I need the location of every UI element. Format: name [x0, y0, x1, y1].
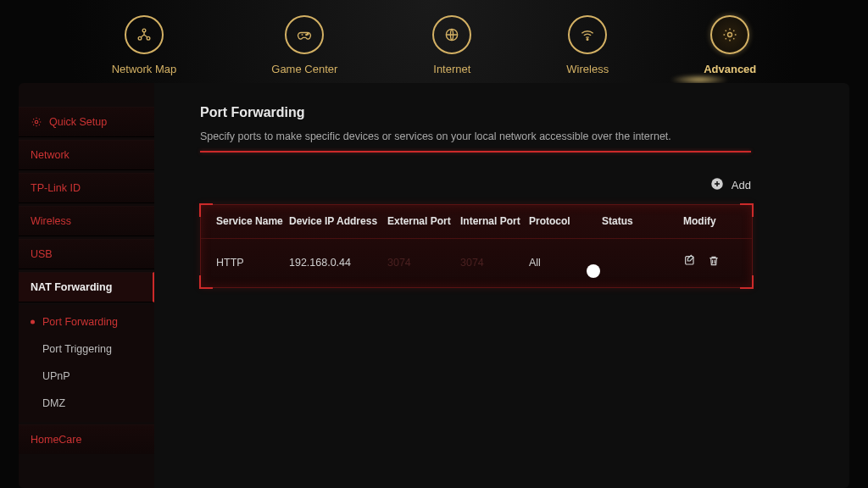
sidebar-item-label: NAT Forwarding	[31, 281, 112, 293]
cell-ext-port: 3074	[387, 257, 455, 269]
corner-decoration	[199, 203, 213, 217]
main-panel: Port Forwarding Specify ports to make sp…	[154, 83, 849, 488]
svg-point-6	[587, 39, 588, 41]
network-map-icon	[125, 15, 164, 54]
content-shell: Quick Setup Network TP-Link ID Wireless …	[19, 83, 849, 488]
gear-icon	[31, 116, 42, 128]
corner-decoration	[199, 275, 213, 289]
table-toolbar: Add	[200, 176, 751, 194]
col-ext: External Port	[387, 215, 455, 228]
corner-decoration	[740, 203, 754, 217]
col-ip: Device IP Address	[289, 215, 382, 228]
plus-circle-icon	[709, 176, 725, 194]
title-underline	[200, 151, 751, 152]
topnav-advanced[interactable]: Advanced	[704, 15, 756, 75]
sidebar-item-label: USB	[31, 248, 53, 260]
sidebar-sub-label: Port Forwarding	[42, 316, 118, 328]
modify-cell	[683, 254, 760, 270]
sidebar-item-label: TP-Link ID	[31, 182, 81, 194]
svg-point-4	[308, 34, 309, 35]
table-row: HTTP 192.168.0.44 3074 3074 All	[201, 239, 752, 287]
col-modify: Modify	[683, 215, 760, 228]
sidebar-item-network[interactable]: Network	[19, 140, 154, 170]
cell-int-port: 3074	[460, 257, 524, 269]
sidebar-item-tp-link-id[interactable]: TP-Link ID	[19, 173, 154, 203]
top-nav: Network Map Game Center Internet Wireles…	[0, 0, 868, 75]
sidebar-sub-dmz[interactable]: DMZ	[19, 390, 154, 417]
topnav-label: Network Map	[112, 63, 177, 75]
topnav-label: Advanced	[704, 63, 756, 75]
table-header: Service Name Device IP Address External …	[201, 205, 752, 239]
svg-point-2	[147, 36, 150, 40]
topnav-label: Game Center	[271, 63, 337, 75]
sidebar-item-usb[interactable]: USB	[19, 239, 154, 269]
sidebar-submenu-nat: Port Forwarding Port Triggering UPnP DMZ	[19, 305, 154, 422]
add-button[interactable]: Add	[709, 176, 751, 194]
sidebar-item-label: HomeCare	[31, 434, 81, 446]
sidebar: Quick Setup Network TP-Link ID Wireless …	[19, 83, 154, 488]
svg-point-0	[142, 29, 146, 32]
edit-icon	[683, 254, 697, 268]
sidebar-sub-upnp[interactable]: UPnP	[19, 363, 154, 390]
sidebar-item-label: Wireless	[31, 215, 71, 227]
col-int: Internal Port	[460, 215, 524, 228]
edit-button[interactable]	[683, 254, 697, 270]
col-status: Status	[602, 215, 678, 228]
gamepad-icon	[285, 15, 324, 54]
sidebar-sub-label: Port Triggering	[42, 343, 112, 355]
wifi-icon	[568, 15, 607, 54]
topnav-network-map[interactable]: Network Map	[112, 15, 177, 75]
trash-icon	[707, 254, 721, 268]
topnav-internet[interactable]: Internet	[432, 15, 471, 75]
topnav-wireless[interactable]: Wireless	[566, 15, 609, 75]
sidebar-sub-label: UPnP	[42, 370, 70, 382]
sidebar-sub-port-forwarding[interactable]: Port Forwarding	[19, 308, 154, 336]
sidebar-item-label: Network	[31, 149, 70, 161]
topnav-game-center[interactable]: Game Center	[271, 15, 337, 75]
corner-decoration	[740, 275, 754, 289]
delete-button[interactable]	[707, 254, 721, 270]
svg-point-7	[728, 33, 732, 37]
svg-point-1	[138, 36, 142, 40]
cell-ip: 192.168.0.44	[289, 257, 382, 269]
sidebar-sub-label: DMZ	[42, 397, 65, 409]
topnav-label: Internet	[433, 63, 470, 75]
topnav-label: Wireless	[566, 63, 609, 75]
col-service: Service Name	[216, 215, 284, 228]
cell-service: HTTP	[216, 257, 284, 269]
cell-protocol: All	[529, 257, 597, 269]
page-description: Specify ports to make specific devices o…	[200, 130, 826, 142]
sidebar-item-quick-setup[interactable]: Quick Setup	[19, 107, 154, 137]
page-title: Port Forwarding	[200, 105, 826, 120]
sidebar-item-homecare[interactable]: HomeCare	[19, 424, 154, 454]
sidebar-item-nat-forwarding[interactable]: NAT Forwarding	[19, 272, 154, 302]
sidebar-item-wireless[interactable]: Wireless	[19, 206, 154, 236]
svg-point-8	[35, 120, 38, 124]
sidebar-sub-port-triggering[interactable]: Port Triggering	[19, 336, 154, 363]
col-proto: Protocol	[529, 215, 597, 228]
port-forwarding-table: Service Name Device IP Address External …	[200, 204, 753, 288]
sidebar-item-label: Quick Setup	[49, 116, 107, 128]
add-label: Add	[732, 179, 751, 191]
globe-icon	[432, 15, 471, 54]
gear-icon	[710, 15, 749, 54]
